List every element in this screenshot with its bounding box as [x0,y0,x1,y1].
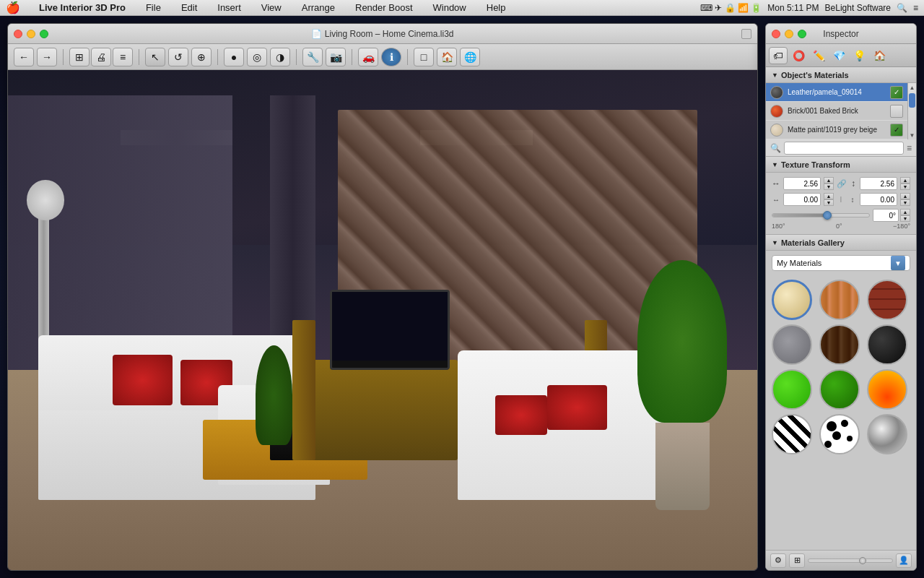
offset-x-up[interactable]: ▲ [824,193,834,199]
plant-right [637,260,728,510]
inspector-minimize-button[interactable] [785,30,793,38]
menu-insert[interactable]: Insert [213,1,245,14]
menu-controls-icon[interactable]: ≡ [913,3,918,13]
swatch-cream[interactable] [772,280,812,320]
rotate-tool[interactable]: ↺ [168,48,188,66]
person-btn[interactable]: 👤 [896,553,912,568]
scroll-down-arrow[interactable]: ▼ [908,131,916,139]
tab-materials[interactable]: 🏷 [769,47,788,64]
home-button[interactable]: 🏠 [437,48,457,66]
material-icon-1[interactable]: ✓ [890,86,903,99]
close-button[interactable] [14,30,22,38]
width-input[interactable]: 2.56 [783,177,821,190]
materials-scrollbar[interactable]: ▲ ▼ [907,83,916,139]
swatch-wood-light[interactable] [819,280,860,320]
menu-edit[interactable]: Edit [177,1,201,14]
select-tool[interactable]: ↖ [145,48,165,66]
rotation-slider-track[interactable] [772,213,870,217]
height-up[interactable]: ▲ [900,177,910,184]
grid-btn[interactable]: ⊞ [789,553,805,568]
swatch-concrete[interactable] [772,324,812,365]
search-input[interactable] [784,142,904,155]
offset-x-down[interactable]: ▼ [824,199,834,206]
objects-materials-title: Object's Materials [781,71,849,79]
menu-time: Mon 5:11 PM [767,3,819,13]
camera-tool[interactable]: 📷 [326,48,346,66]
car-tool[interactable]: 🚗 [358,48,378,66]
offset-y-down[interactable]: ▼ [900,199,910,206]
swatch-zebra[interactable] [772,414,812,454]
material-item-2[interactable]: Brick/001 Baked Brick [766,102,907,121]
material-icon-2[interactable] [890,105,903,118]
rotation-up[interactable]: ▲ [900,209,910,215]
offset-x-input[interactable]: 0.00 [783,193,821,206]
swatch-dark-wood[interactable] [819,324,860,365]
menu-render-boost[interactable]: Render Boost [351,1,417,14]
height-input[interactable]: 2.56 [860,177,897,190]
zoom-slider-thumb[interactable] [859,557,866,564]
nav-back-button[interactable]: ← [14,48,34,66]
transform-section: ↔ 2.56 ▲ ▼ 🔗 ↕ 2.56 ▲ ▼ ↔ [766,173,916,235]
swatch-chrome[interactable] [867,414,907,454]
tab-edit[interactable]: ✏️ [809,47,828,64]
menu-arrange[interactable]: Arrange [297,1,339,14]
swatch-green-dark[interactable] [819,369,860,410]
swatch-fire[interactable] [867,369,907,410]
add-tool[interactable]: ⊕ [191,48,212,66]
maximize-button[interactable] [40,30,48,38]
rotation-slider-thumb[interactable] [823,211,832,220]
apple-menu[interactable]: 🍎 [6,1,20,14]
viewport[interactable]: ⁞⁞⁞ [8,70,757,570]
floor-plan-button[interactable]: ⊞ [69,48,90,66]
info-button[interactable]: ℹ [381,48,401,66]
globe-button[interactable]: 🌐 [460,48,480,66]
swatch-black[interactable] [867,324,907,365]
menu-help[interactable]: Help [482,1,510,14]
offset-y-stepper: ▲ ▼ [900,193,910,206]
zoom-slider-track[interactable] [808,558,893,563]
list-button[interactable]: ≡ [113,48,133,66]
rotation-input[interactable]: 0° [873,209,899,222]
scroll-up-arrow[interactable]: ▲ [908,83,916,92]
menu-app-name[interactable]: Live Interior 3D Pro [35,1,130,14]
gallery-dropdown[interactable]: My Materials ▼ [772,255,910,271]
inspector-close-button[interactable] [772,30,780,38]
materials-list-container: Leather/pamela_09014 ✓ Brick/001 Baked B… [766,83,916,139]
tv-screen [332,292,448,360]
main-area: 📄 Living Room – Home Cinema.li3d ← → ⊞ 🖨… [0,16,924,578]
menu-file[interactable]: File [141,1,165,14]
tab-house[interactable]: 🏠 [870,47,889,64]
window-resize-icon[interactable] [741,29,751,39]
material-item-3[interactable]: Matte paint/1019 grey beige ✓ [766,121,907,139]
half-sphere-tool[interactable]: ◑ [270,48,290,66]
sphere-tool[interactable]: ● [224,48,244,66]
frame-button[interactable]: □ [414,48,434,66]
swatch-spots[interactable] [819,414,860,454]
offset-y-input[interactable]: 0.00 [860,193,897,206]
material-item-1[interactable]: Leather/pamela_09014 ✓ [766,83,907,102]
material-name-2: Brick/001 Baked Brick [788,107,886,115]
swatch-brick[interactable] [867,280,907,320]
menu-search-icon[interactable]: 🔍 [897,3,907,13]
menu-window[interactable]: Window [429,1,471,14]
height-down[interactable]: ▼ [900,184,910,190]
settings-btn[interactable]: ⚙ [770,553,786,568]
minimize-button[interactable] [27,30,35,38]
gallery-dropdown-btn[interactable]: ▼ [891,256,905,270]
width-down[interactable]: ▼ [824,184,834,190]
tab-sphere[interactable]: ⭕ [789,47,808,64]
print-button[interactable]: 🖨 [91,48,111,66]
swatch-green-bright[interactable] [772,369,812,410]
tab-gem[interactable]: 💎 [829,47,848,64]
width-up[interactable]: ▲ [824,177,834,184]
offset-y-up[interactable]: ▲ [900,193,910,199]
list-icon[interactable]: ≡ [907,143,912,153]
nav-forward-button[interactable]: → [37,48,57,66]
tab-light[interactable]: 💡 [850,47,868,64]
rotation-down[interactable]: ▼ [900,215,910,222]
wrench-tool[interactable]: 🔧 [302,48,323,66]
ring-tool[interactable]: ◎ [247,48,267,66]
menu-view[interactable]: View [257,1,286,14]
material-icon-3[interactable]: ✓ [890,124,903,137]
inspector-maximize-button[interactable] [798,30,806,38]
